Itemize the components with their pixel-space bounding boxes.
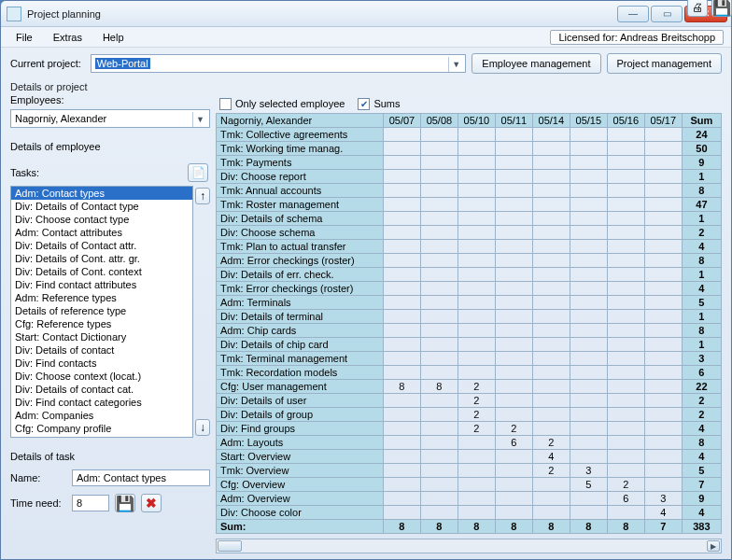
grid-cell[interactable] — [644, 450, 682, 464]
grid-cell[interactable] — [458, 268, 495, 282]
menu-file[interactable]: File — [8, 30, 40, 45]
grid-cell[interactable] — [383, 338, 420, 352]
grid-cell[interactable] — [570, 254, 607, 268]
grid-cell[interactable] — [495, 156, 532, 170]
grid-cell[interactable] — [383, 156, 420, 170]
grid-cell[interactable] — [607, 422, 644, 436]
grid-cell[interactable] — [570, 492, 607, 506]
grid-cell[interactable] — [532, 478, 570, 492]
grid-cell[interactable] — [644, 324, 682, 338]
grid-cell[interactable] — [570, 506, 607, 520]
project-management-button[interactable]: Project management — [607, 53, 723, 74]
grid-cell[interactable] — [607, 310, 644, 324]
menu-help[interactable]: Help — [95, 30, 132, 45]
task-item[interactable]: Div: Details of Contact type — [11, 200, 192, 213]
grid-cell[interactable] — [458, 450, 495, 464]
grid-cell[interactable] — [383, 254, 420, 268]
grid-cell[interactable] — [458, 352, 495, 366]
grid-cell[interactable] — [607, 296, 644, 310]
grid-cell[interactable] — [420, 226, 458, 240]
grid-cell[interactable]: 2 — [458, 380, 495, 394]
grid-cell[interactable] — [458, 128, 495, 142]
grid-cell[interactable] — [458, 492, 495, 506]
grid-cell[interactable] — [383, 408, 420, 422]
grid-cell[interactable] — [383, 198, 420, 212]
grid-cell[interactable] — [607, 380, 644, 394]
grid-cell[interactable] — [607, 156, 644, 170]
move-down-button[interactable]: ↓ — [195, 419, 210, 436]
grid-cell[interactable] — [458, 506, 495, 520]
task-item[interactable]: Div: Find contact categories — [11, 396, 192, 409]
grid-cell[interactable] — [495, 506, 532, 520]
grid-cell[interactable] — [383, 240, 420, 254]
task-item[interactable]: Div: Details of contact — [11, 343, 192, 357]
grid-cell[interactable] — [458, 478, 495, 492]
grid-cell[interactable] — [458, 296, 495, 310]
grid-cell[interactable] — [420, 324, 458, 338]
grid-cell[interactable] — [420, 310, 458, 324]
grid-cell[interactable] — [495, 394, 532, 408]
grid-cell[interactable] — [458, 212, 495, 226]
grid-cell[interactable] — [420, 282, 458, 296]
grid-cell[interactable] — [607, 240, 644, 254]
task-item[interactable]: Div: Details of Cont. attr. gr. — [11, 252, 192, 265]
grid-cell[interactable] — [570, 268, 607, 282]
grid-cell[interactable] — [420, 352, 458, 366]
task-item[interactable]: Div: Choose context (locat.) — [11, 370, 192, 383]
grid-cell[interactable] — [495, 240, 532, 254]
task-item[interactable]: Cfg: Company profile — [11, 422, 192, 435]
grid-cell[interactable] — [420, 422, 458, 436]
save-task-button[interactable]: 💾 — [115, 494, 135, 512]
grid-cell[interactable] — [532, 198, 570, 212]
grid-cell[interactable] — [383, 464, 420, 478]
grid-cell[interactable] — [495, 254, 532, 268]
grid-cell[interactable] — [644, 366, 682, 380]
grid-cell[interactable] — [644, 212, 682, 226]
grid-cell[interactable]: 4 — [532, 450, 570, 464]
grid-cell[interactable] — [383, 422, 420, 436]
grid-cell[interactable] — [532, 408, 570, 422]
grid-cell[interactable] — [570, 212, 607, 226]
grid-cell[interactable] — [644, 226, 682, 240]
employee-select[interactable]: Nagorniy, Alexander ▼ — [10, 109, 210, 128]
grid-cell[interactable] — [420, 268, 458, 282]
grid-cell[interactable]: 2 — [458, 394, 495, 408]
grid-cell[interactable] — [383, 184, 420, 198]
move-up-button[interactable]: ↑ — [195, 188, 210, 204]
grid-cell[interactable] — [495, 226, 532, 240]
grid-cell[interactable] — [420, 450, 458, 464]
task-item[interactable]: Adm: Reference types — [11, 291, 192, 304]
grid-cell[interactable] — [458, 464, 495, 478]
grid-cell[interactable]: 3 — [570, 464, 607, 478]
grid-cell[interactable]: 2 — [495, 422, 532, 436]
grid-cell[interactable] — [644, 268, 682, 282]
task-item[interactable]: Div: Details of Cont. context — [11, 265, 192, 278]
grid-cell[interactable] — [458, 282, 495, 296]
print-button[interactable]: 🖨 — [687, 0, 708, 17]
grid-cell[interactable] — [420, 478, 458, 492]
grid-cell[interactable] — [532, 212, 570, 226]
grid-cell[interactable] — [607, 226, 644, 240]
grid-cell[interactable] — [495, 212, 532, 226]
grid-cell[interactable] — [644, 156, 682, 170]
grid-cell[interactable] — [644, 478, 682, 492]
grid-cell[interactable] — [607, 170, 644, 184]
grid-cell[interactable] — [570, 296, 607, 310]
grid-cell[interactable] — [495, 184, 532, 198]
grid-cell[interactable] — [495, 282, 532, 296]
grid-cell[interactable] — [607, 184, 644, 198]
grid-cell[interactable] — [644, 380, 682, 394]
grid-cell[interactable] — [495, 352, 532, 366]
grid-cell[interactable] — [420, 394, 458, 408]
grid-cell[interactable] — [458, 240, 495, 254]
grid-cell[interactable] — [644, 352, 682, 366]
task-item[interactable]: Div: Choose contact type — [11, 213, 192, 226]
grid-cell[interactable] — [644, 408, 682, 422]
grid-cell[interactable] — [570, 380, 607, 394]
grid-cell[interactable] — [495, 366, 532, 380]
grid-cell[interactable] — [532, 240, 570, 254]
grid-cell[interactable] — [383, 478, 420, 492]
grid-cell[interactable] — [383, 296, 420, 310]
grid-cell[interactable] — [532, 422, 570, 436]
grid-cell[interactable] — [495, 268, 532, 282]
